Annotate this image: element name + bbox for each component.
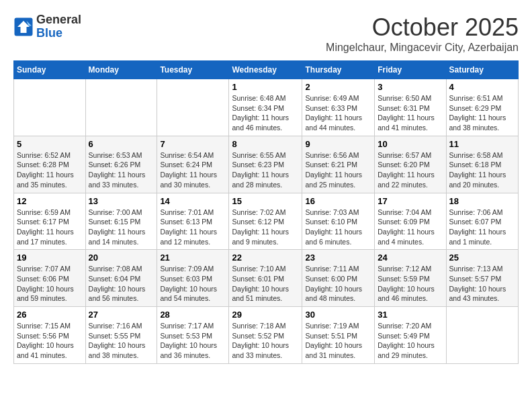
title-block: October 2025 Mingelchaur, Mingacevir Cit… — [326, 13, 519, 54]
day-info: Sunrise: 6:54 AM Sunset: 6:24 PM Dayligh… — [160, 150, 226, 190]
day-number: 30 — [305, 310, 371, 320]
day-number: 31 — [378, 310, 443, 320]
day-number: 18 — [449, 196, 515, 206]
logo-line2: Blue — [36, 27, 81, 40]
day-cell: 5Sunrise: 6:52 AM Sunset: 6:28 PM Daylig… — [14, 136, 86, 193]
week-row-4: 26Sunrise: 7:15 AM Sunset: 5:56 PM Dayli… — [14, 307, 519, 364]
day-cell: 10Sunrise: 6:57 AM Sunset: 6:20 PM Dayli… — [375, 136, 446, 193]
day-number: 25 — [449, 253, 515, 263]
day-number: 26 — [17, 310, 83, 320]
day-info: Sunrise: 6:56 AM Sunset: 6:21 PM Dayligh… — [305, 150, 371, 190]
day-number: 4 — [449, 82, 515, 92]
day-cell — [85, 79, 157, 136]
day-info: Sunrise: 6:50 AM Sunset: 6:31 PM Dayligh… — [378, 93, 443, 133]
day-cell — [157, 79, 229, 136]
header-tuesday: Tuesday — [157, 61, 229, 79]
day-cell: 18Sunrise: 7:06 AM Sunset: 6:07 PM Dayli… — [446, 193, 518, 250]
day-number: 24 — [378, 253, 443, 263]
logo-line1: General — [36, 13, 81, 27]
day-info: Sunrise: 6:51 AM Sunset: 6:29 PM Dayligh… — [449, 93, 515, 133]
location-subtitle: Mingelchaur, Mingacevir City, Azerbaijan — [326, 42, 519, 54]
day-number: 23 — [305, 253, 371, 263]
day-number: 20 — [89, 253, 154, 263]
day-number: 11 — [449, 139, 515, 149]
day-cell — [14, 79, 86, 136]
day-info: Sunrise: 7:13 AM Sunset: 5:57 PM Dayligh… — [449, 264, 515, 304]
day-cell: 13Sunrise: 7:00 AM Sunset: 6:15 PM Dayli… — [85, 193, 157, 250]
day-cell: 6Sunrise: 6:53 AM Sunset: 6:26 PM Daylig… — [85, 136, 157, 193]
header-saturday: Saturday — [446, 61, 518, 79]
day-info: Sunrise: 7:18 AM Sunset: 5:52 PM Dayligh… — [232, 321, 299, 361]
day-number: 17 — [378, 196, 443, 206]
day-number: 27 — [89, 310, 154, 320]
day-info: Sunrise: 6:48 AM Sunset: 6:34 PM Dayligh… — [232, 93, 299, 133]
day-cell: 31Sunrise: 7:20 AM Sunset: 5:49 PM Dayli… — [375, 307, 446, 364]
day-cell: 1Sunrise: 6:48 AM Sunset: 6:34 PM Daylig… — [229, 79, 302, 136]
day-cell: 20Sunrise: 7:08 AM Sunset: 6:04 PM Dayli… — [85, 250, 157, 307]
day-cell: 4Sunrise: 6:51 AM Sunset: 6:29 PM Daylig… — [446, 79, 518, 136]
day-cell: 25Sunrise: 7:13 AM Sunset: 5:57 PM Dayli… — [446, 250, 518, 307]
day-info: Sunrise: 7:06 AM Sunset: 6:07 PM Dayligh… — [449, 208, 515, 247]
day-number: 15 — [232, 196, 299, 206]
header-monday: Monday — [85, 61, 157, 79]
day-cell: 24Sunrise: 7:12 AM Sunset: 5:59 PM Dayli… — [375, 250, 446, 307]
header-wednesday: Wednesday — [229, 61, 302, 79]
logo-text: General Blue — [36, 13, 81, 40]
day-number: 9 — [305, 139, 371, 149]
page-header: General Blue October 2025 Mingelchaur, M… — [13, 13, 519, 54]
day-cell: 7Sunrise: 6:54 AM Sunset: 6:24 PM Daylig… — [157, 136, 229, 193]
day-number: 29 — [232, 310, 299, 320]
day-info: Sunrise: 7:03 AM Sunset: 6:10 PM Dayligh… — [305, 208, 371, 247]
day-cell: 28Sunrise: 7:17 AM Sunset: 5:53 PM Dayli… — [157, 307, 229, 364]
day-info: Sunrise: 7:17 AM Sunset: 5:53 PM Dayligh… — [160, 321, 226, 361]
day-info: Sunrise: 7:10 AM Sunset: 6:01 PM Dayligh… — [232, 264, 299, 304]
calendar-header-row: SundayMondayTuesdayWednesdayThursdayFrid… — [14, 61, 519, 79]
day-number: 28 — [160, 310, 226, 320]
day-number: 19 — [17, 253, 83, 263]
day-info: Sunrise: 7:00 AM Sunset: 6:15 PM Dayligh… — [89, 208, 154, 247]
day-cell: 9Sunrise: 6:56 AM Sunset: 6:21 PM Daylig… — [302, 136, 375, 193]
header-sunday: Sunday — [14, 61, 86, 79]
day-cell: 16Sunrise: 7:03 AM Sunset: 6:10 PM Dayli… — [302, 193, 375, 250]
day-info: Sunrise: 7:16 AM Sunset: 5:55 PM Dayligh… — [89, 321, 154, 361]
day-cell: 27Sunrise: 7:16 AM Sunset: 5:55 PM Dayli… — [85, 307, 157, 364]
week-row-1: 5Sunrise: 6:52 AM Sunset: 6:28 PM Daylig… — [14, 136, 519, 193]
day-info: Sunrise: 6:55 AM Sunset: 6:23 PM Dayligh… — [232, 150, 299, 190]
day-number: 22 — [232, 253, 299, 263]
day-cell: 29Sunrise: 7:18 AM Sunset: 5:52 PM Dayli… — [229, 307, 302, 364]
day-cell — [446, 307, 518, 364]
day-cell: 21Sunrise: 7:09 AM Sunset: 6:03 PM Dayli… — [157, 250, 229, 307]
day-number: 16 — [305, 196, 371, 206]
header-thursday: Thursday — [302, 61, 375, 79]
month-title: October 2025 — [326, 13, 519, 42]
day-number: 5 — [17, 139, 83, 149]
day-number: 21 — [160, 253, 226, 263]
week-row-0: 1Sunrise: 6:48 AM Sunset: 6:34 PM Daylig… — [14, 79, 519, 136]
day-number: 13 — [89, 196, 154, 206]
day-info: Sunrise: 7:20 AM Sunset: 5:49 PM Dayligh… — [378, 321, 443, 361]
day-cell: 26Sunrise: 7:15 AM Sunset: 5:56 PM Dayli… — [14, 307, 86, 364]
day-number: 6 — [89, 139, 154, 149]
day-info: Sunrise: 7:12 AM Sunset: 5:59 PM Dayligh… — [378, 264, 443, 304]
day-info: Sunrise: 7:19 AM Sunset: 5:51 PM Dayligh… — [305, 321, 371, 361]
day-info: Sunrise: 6:49 AM Sunset: 6:33 PM Dayligh… — [305, 93, 371, 133]
day-cell: 2Sunrise: 6:49 AM Sunset: 6:33 PM Daylig… — [302, 79, 375, 136]
day-info: Sunrise: 7:08 AM Sunset: 6:04 PM Dayligh… — [89, 264, 154, 304]
day-cell: 19Sunrise: 7:07 AM Sunset: 6:06 PM Dayli… — [14, 250, 86, 307]
day-number: 1 — [232, 82, 299, 92]
day-info: Sunrise: 7:01 AM Sunset: 6:13 PM Dayligh… — [160, 208, 226, 247]
day-number: 10 — [378, 139, 443, 149]
day-cell: 8Sunrise: 6:55 AM Sunset: 6:23 PM Daylig… — [229, 136, 302, 193]
day-cell: 14Sunrise: 7:01 AM Sunset: 6:13 PM Dayli… — [157, 193, 229, 250]
header-friday: Friday — [375, 61, 446, 79]
day-cell: 3Sunrise: 6:50 AM Sunset: 6:31 PM Daylig… — [375, 79, 446, 136]
day-number: 2 — [305, 82, 371, 92]
day-number: 12 — [17, 196, 83, 206]
day-number: 8 — [232, 139, 299, 149]
day-info: Sunrise: 7:07 AM Sunset: 6:06 PM Dayligh… — [17, 264, 83, 304]
week-row-2: 12Sunrise: 6:59 AM Sunset: 6:17 PM Dayli… — [14, 193, 519, 250]
day-info: Sunrise: 6:53 AM Sunset: 6:26 PM Dayligh… — [89, 150, 154, 190]
day-info: Sunrise: 7:11 AM Sunset: 6:00 PM Dayligh… — [305, 264, 371, 304]
day-cell: 15Sunrise: 7:02 AM Sunset: 6:12 PM Dayli… — [229, 193, 302, 250]
day-cell: 22Sunrise: 7:10 AM Sunset: 6:01 PM Dayli… — [229, 250, 302, 307]
